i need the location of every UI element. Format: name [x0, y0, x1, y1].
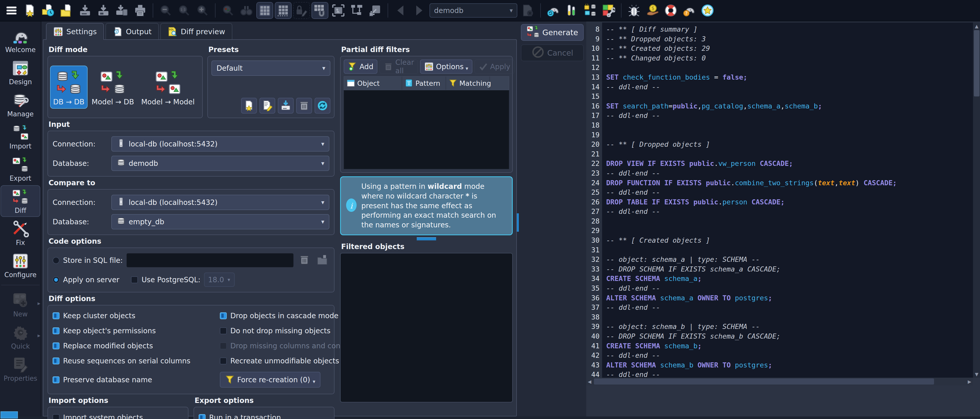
- scroll-down-icon[interactable]: ▼: [973, 370, 980, 378]
- print-button[interactable]: [132, 3, 148, 18]
- code-area[interactable]: 8910111213141516171819202122232425262728…: [586, 22, 973, 378]
- browse-file-button[interactable]: [315, 253, 329, 267]
- use-postgresql-checkbox[interactable]: [131, 276, 138, 283]
- check-updates-button[interactable]: [700, 3, 716, 18]
- horizontal-scroll-thumb[interactable]: [594, 378, 934, 384]
- preset-delete-button[interactable]: [296, 98, 312, 114]
- filtered-objects-list[interactable]: [340, 253, 513, 402]
- relationships-view-button[interactable]: [349, 3, 364, 18]
- validation-button[interactable]: [564, 3, 580, 18]
- sidebar-item-properties[interactable]: Properties: [1, 354, 40, 384]
- scroll-right-icon[interactable]: ▶: [966, 379, 973, 384]
- do-not-drop-missing-objects-checkbox[interactable]: [220, 327, 227, 334]
- save-model-button[interactable]: [77, 3, 93, 18]
- diff-mode-model-model[interactable]: Model → Model: [138, 66, 197, 108]
- nav-forward-button[interactable]: [411, 3, 427, 18]
- sidebar-item-manage[interactable]: Manage: [1, 89, 40, 120]
- keep-object-s-permissions-checkbox[interactable]: [52, 327, 59, 334]
- column-header-matching[interactable]: Matching: [446, 76, 490, 90]
- diff-mode-db-db[interactable]: DB → DB: [51, 66, 87, 108]
- tab-settings[interactable]: Settings: [46, 23, 104, 40]
- tab-diff-preview[interactable]: SQLDiff preview: [161, 23, 232, 40]
- import-workspace-button[interactable]: [367, 3, 383, 18]
- sidebar-item-export[interactable]: Export: [1, 154, 40, 184]
- input-connection-select[interactable]: local-db (localhost:5432) ▾: [111, 136, 329, 152]
- stick-tables-button[interactable]: [312, 3, 328, 18]
- preset-save-button[interactable]: [278, 98, 294, 114]
- filter-clear-all-button[interactable]: Clear all: [379, 59, 418, 74]
- preset-new-button[interactable]: [241, 98, 257, 114]
- drop-objects-in-cascade-mode-checkbox[interactable]: [220, 312, 227, 319]
- filter-table-body[interactable]: [344, 90, 509, 169]
- cancel-button[interactable]: Cancel: [521, 44, 584, 61]
- about-button[interactable]: ?: [681, 3, 697, 18]
- sidebar-item-welcome[interactable]: Welcome: [1, 25, 40, 56]
- generate-button[interactable]: Generate: [521, 24, 584, 41]
- clear-path-button[interactable]: [297, 253, 312, 267]
- open-model-button[interactable]: [59, 3, 75, 18]
- tab-output[interactable]: iOutput: [105, 23, 159, 40]
- drop-missing-columns-and-constraints-checkbox[interactable]: [220, 343, 227, 349]
- postgresql-version-select[interactable]: 18.0 ▾: [204, 273, 235, 287]
- replace-modified-objects-checkbox[interactable]: [52, 343, 59, 349]
- zoom-out-button[interactable]: [158, 3, 173, 18]
- diff-mode-model-db[interactable]: Model → DB: [89, 66, 137, 108]
- find-object-button[interactable]: [220, 3, 236, 18]
- database-selector[interactable]: demodb▾: [430, 3, 517, 17]
- preserve-database-name-checkbox[interactable]: [52, 376, 59, 383]
- new-model-button[interactable]: [22, 3, 38, 18]
- compare-button[interactable]: [239, 3, 254, 18]
- open-recent-button[interactable]: [40, 3, 56, 18]
- run-in-a-transaction-checkbox[interactable]: [199, 414, 205, 419]
- nav-back-button[interactable]: [393, 3, 409, 18]
- close-database-button[interactable]: [520, 3, 536, 18]
- main-menu-button[interactable]: [3, 3, 19, 18]
- sidebar-item-configure[interactable]: Configure: [1, 250, 40, 281]
- sql-file-path-input[interactable]: [126, 253, 294, 267]
- apply-on-server-radio[interactable]: [52, 276, 59, 283]
- vertical-scroll-thumb[interactable]: [974, 30, 980, 97]
- preset-select[interactable]: Default ▾: [212, 60, 331, 76]
- column-header-pattern[interactable]: TPattern: [402, 76, 446, 90]
- compare-database-select[interactable]: empty_db ▾: [111, 214, 329, 229]
- vertical-scrollbar[interactable]: ▲ ▼: [973, 22, 980, 378]
- filter-apply-button[interactable]: Apply: [474, 59, 514, 74]
- reuse-sequences-on-serial-columns-checkbox[interactable]: [52, 357, 59, 364]
- preset-edit-button[interactable]: [259, 98, 275, 114]
- plugins-button[interactable]: [601, 3, 616, 18]
- zoom-normal-button[interactable]: 1:1: [176, 3, 192, 18]
- horizontal-scrollbar[interactable]: ◀ ▶: [586, 378, 973, 385]
- import-system-objects-checkbox[interactable]: [52, 414, 59, 419]
- reload-database-button[interactable]: [546, 3, 561, 18]
- keep-cluster-objects-checkbox[interactable]: [52, 312, 59, 319]
- input-database-select[interactable]: demodb ▾: [111, 156, 329, 171]
- save-model-as-button[interactable]: [95, 3, 111, 18]
- compare-connection-select[interactable]: local-db (localhost:5432) ▾: [111, 195, 329, 210]
- connections-button[interactable]: [582, 3, 598, 18]
- save-all-button[interactable]: [114, 3, 130, 18]
- horizontal-splitter-handle[interactable]: [417, 237, 436, 240]
- zoom-in-button[interactable]: [194, 3, 210, 18]
- scroll-up-icon[interactable]: ▲: [973, 22, 980, 30]
- grid-view-button[interactable]: [257, 3, 273, 18]
- report-bug-button[interactable]: [626, 3, 642, 18]
- filter-add-button[interactable]: Add: [344, 59, 377, 74]
- grid-delimiters-button[interactable]: [275, 3, 291, 18]
- sidebar-item-new[interactable]: New▸: [1, 289, 40, 320]
- edit-protect-button[interactable]: [294, 3, 309, 18]
- sidebar-item-design[interactable]: Design: [1, 57, 40, 88]
- sidebar-item-diff[interactable]: Diff: [1, 186, 40, 216]
- sidebar-item-import[interactable]: Import: [1, 121, 40, 152]
- force-recreation-button[interactable]: Force re-creation (0)▾: [220, 372, 320, 387]
- column-header-object[interactable]: Object: [344, 76, 402, 90]
- sidebar-item-quick[interactable]: Quick▸: [1, 322, 40, 352]
- export-image-button[interactable]: [331, 3, 346, 18]
- recreate-unmodifiable-objects-checkbox[interactable]: [220, 357, 227, 364]
- donate-button[interactable]: $: [644, 3, 660, 18]
- sidebar-item-fix[interactable]: Fix: [1, 218, 40, 249]
- filter-options-button[interactable]: Options▾: [420, 59, 472, 74]
- support-button[interactable]: [663, 3, 679, 18]
- scroll-left-icon[interactable]: ◀: [586, 379, 593, 384]
- store-sql-file-radio[interactable]: [52, 257, 59, 264]
- preset-reload-button[interactable]: [315, 98, 331, 114]
